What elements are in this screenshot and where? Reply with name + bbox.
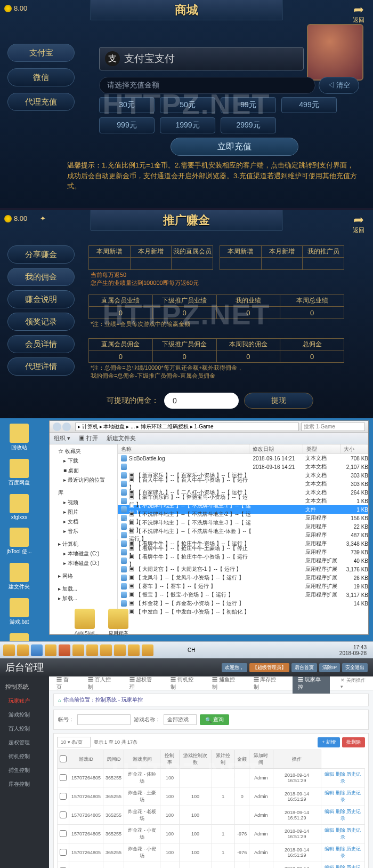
desktop-icon[interactable]: 建文件夹 xyxy=(5,563,33,591)
desktop-icon[interactable]: xfglxxs xyxy=(5,494,33,520)
close-ops[interactable]: ✕ 关闭操作 ▾ xyxy=(340,677,368,689)
taskbar-item[interactable] xyxy=(142,644,153,656)
row-actions[interactable]: 编辑 删除 历史记录 xyxy=(321,806,364,825)
tab-wechat[interactable]: 微信 xyxy=(7,68,75,86)
add-button[interactable]: + 新增 xyxy=(318,737,340,747)
taskbar-item[interactable] xyxy=(3,644,15,656)
file-row[interactable]: SicBoBattle.log2018-09-16 14:21文本文档708 K… xyxy=(118,454,368,463)
row-actions[interactable]: 编辑 删除 历史记录 xyxy=(321,825,364,843)
col-header[interactable] xyxy=(58,750,69,769)
taskbar-item[interactable] xyxy=(59,644,70,656)
amount-499[interactable]: 499元 xyxy=(281,97,337,113)
lang-indicator[interactable]: CH xyxy=(188,647,195,653)
file-row[interactable]: ▣ 【 骰宝 】--【 骰宝-小资场 】--【 运行 】应用程序扩展3,117 … xyxy=(118,591,368,599)
file-row[interactable]: ▣ 【 大闹龙宫 】--【 大闹龙宫-1 】--【 运行 】应用程序扩展3,17… xyxy=(118,565,368,574)
badge-home[interactable]: 后台首页 xyxy=(291,663,317,672)
sidebar-item[interactable]: 街机控制 xyxy=(0,750,49,763)
back-nav-icon[interactable] xyxy=(53,423,61,431)
row-actions[interactable]: 编辑 删除 历史记录 xyxy=(321,769,364,787)
col-header[interactable]: 游戏ID xyxy=(69,750,103,769)
taskbar-item[interactable] xyxy=(72,644,84,656)
tree-item[interactable]: ▸ 音乐 xyxy=(52,527,115,536)
admin-tab[interactable]: ☰ 库存控制 xyxy=(252,676,282,694)
col-header[interactable]: 操作 xyxy=(273,750,321,769)
admin-tab[interactable]: ☰ 玩家单控 xyxy=(293,676,330,694)
fwd-nav-icon[interactable] xyxy=(62,423,71,431)
col-header[interactable]: 游戏房间 xyxy=(124,750,160,769)
row-actions[interactable]: 编辑 删除 历史记录 xyxy=(321,787,364,806)
clear-button[interactable]: ◁ 清空 xyxy=(319,77,359,94)
tray-clock[interactable]: 17:432018-09-28 xyxy=(339,644,370,656)
desktop-icon[interactable]: jbTool 使... xyxy=(5,528,33,555)
tree-item[interactable]: ▸ 文档 xyxy=(52,517,115,527)
tab-share[interactable]: 分享赚金 xyxy=(7,245,75,264)
back-button[interactable]: ➦返回 xyxy=(353,213,364,234)
page-size-select[interactable]: 10 ▾ 条/页 xyxy=(57,737,91,747)
sidebar-item[interactable]: 捕鱼控制 xyxy=(0,763,49,777)
file-row[interactable]: ▣ 【 看牌牛牛 】--【 抢庄牛牛-小资场 】--【 运行 】应用程序扩展40… xyxy=(118,556,368,565)
col-header[interactable]: 控制率 xyxy=(160,750,179,769)
taskbar-item[interactable] xyxy=(17,644,29,656)
tree-item[interactable]: ▸ 最近访问的位置 xyxy=(52,475,115,485)
tab-alipay[interactable]: 支付宝 xyxy=(7,44,75,62)
taskbar[interactable]: CH 17:432018-09-28 xyxy=(0,641,373,658)
tree-group[interactable]: 库 xyxy=(52,488,115,498)
tab-member[interactable]: 会员详情 xyxy=(7,335,75,353)
row-checkbox[interactable] xyxy=(60,774,67,781)
admin-tab[interactable]: ☰ 超权管理 xyxy=(127,676,158,694)
amount-input[interactable]: 请选择充值金额 xyxy=(99,77,315,94)
row-checkbox[interactable] xyxy=(60,849,67,856)
sidebar-item[interactable]: 玩家账户 xyxy=(0,694,49,708)
tree-item[interactable]: ▸ 视频 xyxy=(52,498,115,507)
file-row[interactable]: ▣ 【 炸金花 】--【 炸金花-小资场 】--【 运行 】14 KB xyxy=(118,599,368,608)
file-row[interactable]: ▣ 【 中发白 】--【 中发白-小资场 】--【 初始化 】 xyxy=(118,608,368,616)
tab-info[interactable]: 赚金说明 xyxy=(7,290,75,308)
badge-clear-ip[interactable]: 清除IP xyxy=(319,663,340,672)
tree-group[interactable]: ▸ 计算机 xyxy=(52,539,115,549)
admin-tab[interactable]: ☰ 捕鱼控制 xyxy=(210,676,241,694)
table-row[interactable]: 15707264805365255炸金花 - 老板场100100Admin201… xyxy=(58,806,365,825)
col-header[interactable]: 游戏控制次数 xyxy=(179,750,212,769)
tab-agent[interactable]: 代理详情 xyxy=(7,357,75,376)
table-row[interactable]: 15707264805365255炸金花 - 小资场1001001-976Adm… xyxy=(58,825,365,843)
file-list[interactable]: 名称 修改日期 类型 大小 SicBoBattle.log2018-09-16 … xyxy=(118,444,368,634)
row-checkbox[interactable] xyxy=(60,830,67,837)
table-row[interactable]: 15707264805365255其他游戏100Admin2018-09-14 … xyxy=(58,862,365,869)
tree-extra[interactable]: ▸ 加载... xyxy=(52,594,115,603)
select-all-checkbox[interactable] xyxy=(60,755,67,762)
amount-30[interactable]: 30元 xyxy=(99,97,155,113)
tree-item[interactable]: ▸ 本地磁盘 (D:) xyxy=(52,559,115,568)
taskbar-item[interactable] xyxy=(100,644,112,656)
admin-tab[interactable]: ☰ 首页 xyxy=(54,676,75,694)
taskbar-item[interactable] xyxy=(31,644,43,656)
list-header[interactable]: 名称 修改日期 类型 大小 xyxy=(118,444,368,454)
app-icon[interactable]: AutoStart... xyxy=(75,609,99,637)
row-actions[interactable]: 编辑 删除 历史记录 xyxy=(321,862,364,869)
file-row[interactable]: ▣ 【 龙凤斗 】--【 龙凤斗-小资场 】--【 运行 】应用程序扩展26 K… xyxy=(118,574,368,582)
sidebar-item[interactable]: 百人控制 xyxy=(0,722,49,736)
taskbar-item[interactable] xyxy=(128,644,140,656)
withdraw-input[interactable]: 0 xyxy=(164,393,239,409)
tree-item[interactable]: ■ 桌面 xyxy=(52,466,115,475)
open-button[interactable]: ▣ 打开 xyxy=(79,434,98,442)
row-checkbox[interactable] xyxy=(60,793,67,800)
tree-group[interactable]: ☆ 收藏夹 xyxy=(52,447,115,456)
amount-99[interactable]: 99元 xyxy=(221,97,276,113)
tree-item[interactable]: ▸ 本地磁盘 (C:) xyxy=(52,549,115,559)
back-button[interactable]: ➦返回 xyxy=(353,3,364,24)
tab-prize[interactable]: 领奖记录 xyxy=(7,313,75,331)
nav-buttons[interactable] xyxy=(53,423,73,431)
col-header[interactable]: 房间ID xyxy=(103,750,124,769)
file-row[interactable]: ▣ 【 赛车 】--【 赛车 】--【 运行 】应用程序扩展19 KB xyxy=(118,582,368,591)
tab-commission[interactable]: 我的佣金 xyxy=(7,268,75,286)
tab-agent[interactable]: 代理充值 xyxy=(7,93,75,111)
row-checkbox[interactable] xyxy=(60,811,67,818)
desktop-icon[interactable]: 百度网盘 xyxy=(5,459,33,487)
tree-group[interactable]: ▸ 网络 xyxy=(52,571,115,581)
amount-50[interactable]: 50元 xyxy=(160,97,215,113)
file-row[interactable]: ▣ 【 不洗牌斗地主 】--【 不洗牌斗地主-体验 】--【 运行 】应用程序4… xyxy=(118,531,368,539)
delete-button[interactable]: 批删除 xyxy=(342,737,365,747)
table-row[interactable]: 15707264805365255炸金花 - 体验场100Admin2018-0… xyxy=(58,769,365,787)
plus-icon[interactable]: ✦ xyxy=(40,214,46,222)
amount-999[interactable]: 999元 xyxy=(99,117,155,133)
